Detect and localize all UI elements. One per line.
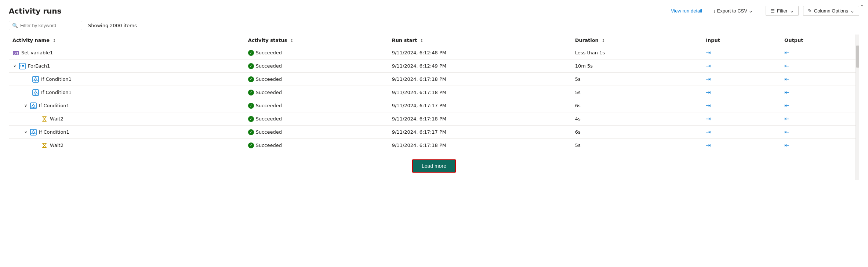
status-text: Succeeded [256, 142, 282, 148]
input-cell[interactable]: ⇥ [702, 126, 781, 139]
svg-point-6 [35, 93, 36, 94]
output-icon[interactable]: ⇤ [784, 89, 789, 96]
input-icon[interactable]: ⇥ [706, 129, 711, 136]
activity-status-cell: ✓Succeeded [244, 59, 388, 73]
load-more-button[interactable]: Load more [412, 159, 456, 173]
table-row: If Condition1✓Succeeded9/11/2024, 6:17:1… [9, 86, 859, 99]
sort-activity-status-icon[interactable]: ↕ [290, 39, 293, 43]
if-condition-icon [32, 76, 39, 83]
scrollbar-thumb[interactable] [856, 46, 859, 68]
status-success-icon: ✓ [248, 116, 254, 122]
output-cell[interactable]: ⇤ [781, 86, 859, 99]
activity-status-cell: ✓Succeeded [244, 99, 388, 112]
sort-activity-name-icon[interactable]: ↕ [53, 39, 56, 43]
col-header-activity-name[interactable]: Activity name ↕ [9, 35, 244, 46]
activity-name-cell: If Condition1 [9, 86, 244, 99]
activity-status-cell: ✓Succeeded [244, 86, 388, 99]
input-icon[interactable]: ⇥ [706, 102, 711, 109]
col-header-duration[interactable]: Duration ↕ [571, 35, 702, 46]
input-cell[interactable]: ⇥ [702, 99, 781, 112]
input-icon[interactable]: ⇥ [706, 89, 711, 96]
col-options-chevron-icon: ⌄ [850, 8, 854, 14]
search-box[interactable]: 🔍 [9, 21, 82, 30]
activity-name-cell: Wait2 [9, 112, 244, 126]
header-row: Activity runs View run detail ↓ Export t… [9, 6, 859, 16]
col-header-run-start[interactable]: Run start ↕ [388, 35, 571, 46]
input-cell[interactable]: ⇥ [702, 139, 781, 152]
download-icon: ↓ [713, 8, 716, 14]
run-start-cell: 9/11/2024, 6:17:18 PM [388, 112, 571, 126]
status-text: Succeeded [256, 50, 282, 55]
output-icon[interactable]: ⇤ [784, 142, 789, 149]
input-icon[interactable]: ⇥ [706, 142, 711, 149]
filter-button[interactable]: ☰ Filter ⌄ [766, 6, 799, 16]
collapse-panel-icon[interactable]: ⌃ [860, 4, 864, 11]
load-more-row: Load more [9, 152, 859, 180]
activity-name-text: If Condition1 [39, 103, 69, 108]
table-row: If Condition1✓Succeeded9/11/2024, 6:17:1… [9, 73, 859, 86]
input-icon[interactable]: ⇥ [706, 49, 711, 56]
input-icon[interactable]: ⇥ [706, 115, 711, 122]
activity-name-cell: ∨If Condition1 [9, 99, 244, 112]
duration-cell: 4s [571, 112, 702, 126]
svg-point-12 [33, 133, 34, 134]
output-cell[interactable]: ⇤ [781, 112, 859, 126]
table-header-row: Activity name ↕ Activity status ↕ Run st… [9, 35, 859, 46]
view-run-detail-button[interactable]: View run detail [668, 7, 705, 15]
output-cell[interactable]: ⇤ [781, 126, 859, 139]
wait-icon [41, 116, 48, 122]
status-text: Succeeded [256, 76, 282, 82]
input-cell[interactable]: ⇥ [702, 112, 781, 126]
activity-status-cell: ✓Succeeded [244, 73, 388, 86]
output-cell[interactable]: ⇤ [781, 46, 859, 59]
input-cell[interactable]: ⇥ [702, 59, 781, 73]
collapse-row-button[interactable]: ∨ [23, 103, 28, 108]
output-icon[interactable]: ⇤ [784, 102, 789, 109]
activity-name-text: ForEach1 [28, 63, 50, 69]
output-icon[interactable]: ⇤ [784, 49, 789, 56]
table-wrapper: Activity name ↕ Activity status ↕ Run st… [9, 35, 859, 180]
run-start-cell: 9/11/2024, 6:12:49 PM [388, 59, 571, 73]
output-icon[interactable]: ⇤ [784, 62, 789, 69]
input-icon[interactable]: ⇥ [706, 62, 711, 69]
svg-rect-13 [42, 143, 47, 144]
activity-status-cell: ✓Succeeded [244, 139, 388, 152]
col-header-activity-status[interactable]: Activity status ↕ [244, 35, 388, 46]
export-csv-button[interactable]: ↓ Export to CSV ⌄ [709, 6, 756, 15]
input-cell[interactable]: ⇥ [702, 86, 781, 99]
run-start-cell: 9/11/2024, 6:17:17 PM [388, 99, 571, 112]
output-cell[interactable]: ⇤ [781, 73, 859, 86]
svg-point-4 [35, 80, 36, 81]
table-row: ∨If Condition1✓Succeeded9/11/2024, 6:17:… [9, 126, 859, 139]
search-input[interactable] [20, 23, 79, 28]
page-title: Activity runs [9, 7, 61, 15]
divider [761, 7, 761, 15]
input-cell[interactable]: ⇥ [702, 73, 781, 86]
status-text: Succeeded [256, 116, 282, 122]
output-icon[interactable]: ⇤ [784, 129, 789, 136]
collapse-row-button[interactable]: ∨ [23, 130, 28, 134]
output-icon[interactable]: ⇤ [784, 76, 789, 83]
search-icon: 🔍 [12, 23, 18, 28]
output-cell[interactable]: ⇤ [781, 99, 859, 112]
sort-duration-icon[interactable]: ↕ [602, 39, 604, 43]
status-text: Succeeded [256, 63, 282, 69]
run-start-cell: 9/11/2024, 6:17:17 PM [388, 126, 571, 139]
output-cell[interactable]: ⇤ [781, 139, 859, 152]
vertical-scrollbar[interactable] [856, 35, 859, 180]
column-options-button[interactable]: ✎ Column Options ⌄ [803, 6, 859, 16]
activity-name-text: If Condition1 [39, 129, 69, 135]
input-icon[interactable]: ⇥ [706, 76, 711, 83]
collapse-row-button[interactable]: ∨ [12, 64, 17, 68]
input-cell[interactable]: ⇥ [702, 46, 781, 59]
svg-point-8 [33, 107, 34, 108]
sort-run-start-icon[interactable]: ↕ [420, 39, 423, 43]
svg-rect-10 [42, 121, 47, 122]
activity-name-text: If Condition1 [41, 76, 72, 82]
output-cell[interactable]: ⇤ [781, 59, 859, 73]
output-icon[interactable]: ⇤ [784, 115, 789, 122]
wait-icon [41, 142, 48, 149]
duration-cell: 6s [571, 99, 702, 112]
duration-cell: 10m 5s [571, 59, 702, 73]
activity-name-text: Set variable1 [21, 50, 53, 55]
